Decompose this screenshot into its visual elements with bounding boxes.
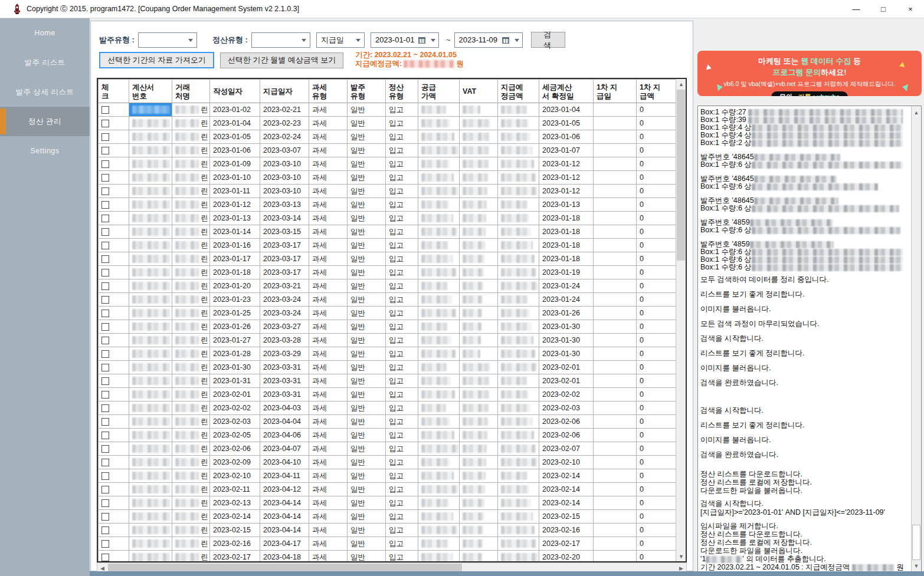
row-checkbox[interactable] bbox=[101, 337, 109, 344]
table-row[interactable]: 린2023-01-302023-03-31과세일반입고2023-02-010 bbox=[99, 361, 679, 374]
row-checkbox[interactable] bbox=[101, 242, 109, 249]
row-checkbox[interactable] bbox=[101, 323, 109, 331]
table-row[interactable]: 린2023-02-092023-04-10과세일반입고2023-02-100 bbox=[99, 456, 679, 469]
row-checkbox[interactable] bbox=[101, 432, 109, 439]
row-checkbox[interactable] bbox=[101, 282, 109, 290]
row-checkbox[interactable] bbox=[101, 404, 109, 412]
row-checkbox[interactable] bbox=[101, 391, 109, 399]
row-checkbox[interactable] bbox=[101, 350, 109, 358]
table-row[interactable]: 린2023-02-172023-04-18과세일반입고2023-02-200 bbox=[99, 551, 679, 563]
table-row[interactable]: 린2023-01-162023-03-17과세일반입고2023-01-180 bbox=[99, 239, 679, 252]
date-basis-select[interactable]: 지급일 bbox=[316, 32, 365, 48]
maximize-button[interactable]: □ bbox=[870, 0, 897, 18]
table-row[interactable]: 린2023-01-282023-03-29과세일반입고2023-01-300 bbox=[99, 347, 679, 361]
table-row[interactable]: 린2023-02-032023-04-04과세일반입고2023-02-060 bbox=[99, 415, 679, 429]
settle-type-select[interactable] bbox=[251, 32, 310, 48]
table-row[interactable]: 린2023-01-172023-03-17과세일반입고2023-01-180 bbox=[99, 252, 679, 266]
sidebar-item-home[interactable]: Home bbox=[0, 18, 90, 48]
row-checkbox[interactable] bbox=[101, 526, 109, 534]
column-header[interactable]: 1차 지 급액 bbox=[637, 80, 679, 103]
row-checkbox[interactable] bbox=[101, 554, 109, 561]
table-row[interactable]: 린2023-02-062023-04-07과세일반입고2023-02-070 bbox=[99, 442, 679, 456]
row-checkbox[interactable] bbox=[101, 459, 109, 466]
table-row[interactable]: 린2023-02-112023-04-12과세일반입고2023-02-140 bbox=[99, 483, 679, 496]
column-header[interactable]: 공급 가액 bbox=[418, 80, 460, 103]
table-row[interactable]: 린2023-02-052023-04-06과세일반입고2023-02-060 bbox=[99, 429, 679, 442]
ad-banner[interactable]: 마케팅 또는 웹 데이터 수집 등 프로그램 문의하세요! vb6.0 및 vb… bbox=[697, 51, 922, 96]
row-checkbox[interactable] bbox=[101, 499, 109, 507]
scroll-down-icon[interactable]: ▼ bbox=[676, 551, 686, 561]
row-checkbox[interactable] bbox=[101, 540, 109, 548]
column-header[interactable]: 작성일자 bbox=[210, 80, 260, 103]
column-header[interactable]: 체 크 bbox=[99, 80, 129, 103]
table-row[interactable]: 린2023-01-142023-03-15과세일반입고2023-01-180 bbox=[99, 225, 679, 239]
table-row[interactable]: 린2023-01-042023-02-23과세일반입고2023-01-050 bbox=[99, 117, 679, 130]
table-row[interactable]: 린2023-01-262023-03-27과세일반입고2023-01-300 bbox=[99, 320, 679, 334]
monthly-estimate-button[interactable]: 선택한 기간 월별 예상금액 보기 bbox=[220, 52, 343, 68]
column-header[interactable]: 정산 유형 bbox=[386, 80, 418, 103]
search-button[interactable]: 검 색 bbox=[531, 32, 565, 48]
row-checkbox[interactable] bbox=[101, 160, 109, 168]
fetch-period-data-button[interactable]: 선택한 기간의 자료 가져오기 bbox=[99, 52, 214, 68]
table-row[interactable]: 린2023-01-112023-03-10과세일반입고2023-01-120 bbox=[99, 185, 679, 198]
grid-vertical-scrollbar[interactable]: ▲ ▼ bbox=[676, 79, 686, 561]
row-checkbox[interactable] bbox=[101, 472, 109, 480]
row-checkbox[interactable] bbox=[101, 255, 109, 263]
row-checkbox[interactable] bbox=[101, 106, 109, 114]
row-checkbox[interactable] bbox=[101, 310, 109, 317]
table-row[interactable]: 린2023-01-132023-03-14과세일반입고2023-01-180 bbox=[99, 212, 679, 225]
table-row[interactable]: 린2023-02-102023-04-11과세일반입고2023-02-140 bbox=[99, 469, 679, 483]
row-checkbox[interactable] bbox=[101, 201, 109, 209]
sidebar-item-발주-상세-리스트[interactable]: 발주 상세 리스트 bbox=[0, 77, 90, 107]
table-row[interactable]: 린2023-01-182023-03-17과세일반입고2023-01-190 bbox=[99, 266, 679, 279]
table-row[interactable]: 린2023-02-012023-03-31과세일반입고2023-02-020 bbox=[99, 388, 679, 401]
row-checkbox[interactable] bbox=[101, 133, 109, 141]
row-checkbox[interactable] bbox=[101, 228, 109, 236]
column-header[interactable]: 지급예 정금액 bbox=[498, 80, 539, 103]
table-row[interactable]: 린2023-01-122023-03-13과세일반입고2023-01-130 bbox=[99, 198, 679, 212]
row-checkbox[interactable] bbox=[101, 147, 109, 154]
table-row[interactable]: 린2023-02-162023-04-17과세일반입고2023-02-170 bbox=[99, 537, 679, 551]
table-row[interactable]: 린2023-01-102023-03-10과세일반입고2023-01-120 bbox=[99, 171, 679, 185]
column-header[interactable]: 과세 유형 bbox=[309, 80, 348, 103]
scroll-up-icon[interactable]: ▲ bbox=[676, 79, 686, 89]
log-scrollbar[interactable]: ▲ ▼ bbox=[911, 106, 921, 572]
table-row[interactable]: 린2023-02-152023-04-14과세일반입고2023-02-160 bbox=[99, 524, 679, 537]
table-row[interactable]: 린2023-01-062023-03-07과세일반입고2023-01-070 bbox=[99, 144, 679, 157]
row-checkbox[interactable] bbox=[101, 120, 109, 127]
log-output[interactable]: Box:1 수량:27 Box:1 수량:39 Box:1 수량:4 상Box:… bbox=[697, 106, 922, 572]
table-row[interactable]: 린2023-01-202023-03-21과세일반입고2023-01-240 bbox=[99, 279, 679, 293]
table-row[interactable]: 린2023-01-312023-03-31과세일반입고2023-02-010 bbox=[99, 374, 679, 388]
scroll-up-icon[interactable]: ▲ bbox=[912, 107, 921, 117]
minimize-button[interactable]: — bbox=[843, 0, 870, 18]
table-row[interactable]: 린2023-01-052023-02-24과세일반입고2023-01-060 bbox=[99, 130, 679, 144]
column-header[interactable]: 1차 지 급일 bbox=[594, 80, 637, 103]
row-checkbox[interactable] bbox=[101, 296, 109, 304]
row-checkbox[interactable] bbox=[101, 215, 109, 222]
table-row[interactable]: 린2023-02-142023-04-14과세일반입고2023-02-150 bbox=[99, 510, 679, 524]
sidebar-item-settings[interactable]: Settings bbox=[0, 136, 90, 166]
sidebar-item-정산-관리[interactable]: 정산 관리 bbox=[0, 107, 90, 136]
column-header[interactable]: 계산서 번호 bbox=[129, 80, 172, 103]
row-checkbox[interactable] bbox=[101, 513, 109, 521]
table-row[interactable]: 린2023-02-132023-04-14과세일반입고2023-02-140 bbox=[99, 496, 679, 510]
column-header[interactable]: 지급일자 bbox=[260, 80, 309, 103]
grid-hscroll-thumb[interactable] bbox=[108, 564, 462, 572]
table-row[interactable]: 린2023-01-232023-03-24과세일반입고2023-01-240 bbox=[99, 293, 679, 307]
scroll-down-icon[interactable]: ▼ bbox=[912, 561, 921, 571]
column-header[interactable]: 세금계산 서 확정일 bbox=[539, 80, 594, 103]
table-row[interactable]: 린2023-01-272023-03-28과세일반입고2023-01-300 bbox=[99, 334, 679, 347]
table-row[interactable]: 린2023-02-022023-04-03과세일반입고2023-02-030 bbox=[99, 401, 679, 415]
row-checkbox[interactable] bbox=[101, 445, 109, 453]
row-checkbox[interactable] bbox=[101, 364, 109, 371]
log-scroll-thumb[interactable] bbox=[912, 525, 920, 560]
column-header[interactable]: 발주 유형 bbox=[348, 80, 386, 103]
row-checkbox[interactable] bbox=[101, 418, 109, 426]
row-checkbox[interactable] bbox=[101, 174, 109, 182]
table-row[interactable]: 린2023-01-252023-03-24과세일반입고2023-01-260 bbox=[99, 307, 679, 320]
table-row[interactable]: 린2023-01-022023-02-21과세일반입고2023-01-040 bbox=[99, 103, 679, 117]
row-checkbox[interactable] bbox=[101, 269, 109, 277]
row-checkbox[interactable] bbox=[101, 187, 109, 195]
date-from-picker[interactable]: 2023-01-01 bbox=[371, 32, 439, 48]
column-header[interactable]: VAT bbox=[460, 80, 498, 103]
